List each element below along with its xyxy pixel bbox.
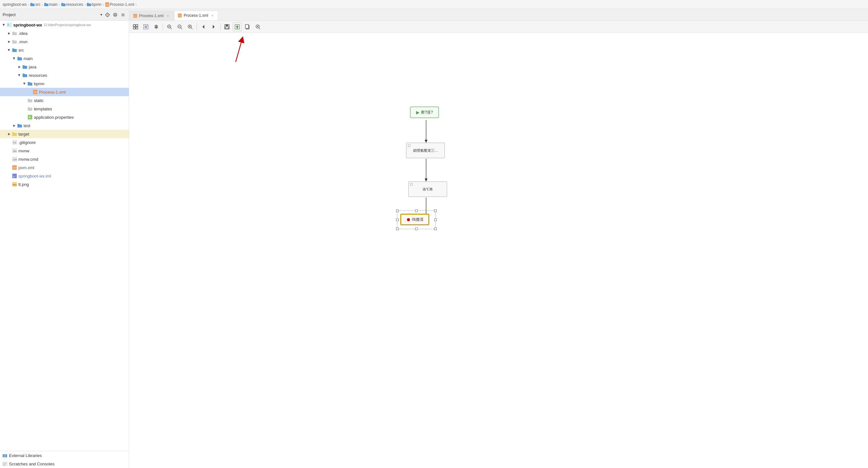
footer-scratches[interactable]: Scratches and Consoles: [0, 460, 129, 468]
java-label: java: [29, 65, 36, 69]
breadcrumb-item-file[interactable]: </> Process-1.xml: [105, 2, 134, 7]
tree-arrow-mvn[interactable]: ▶: [6, 39, 11, 44]
bpmn-start-event[interactable]: ▶ 察?漠?: [410, 106, 439, 118]
tree-item-application[interactable]: ▶ ☘ application.properties: [0, 113, 129, 121]
svg-rect-59: [6, 454, 7, 457]
tab-close-2[interactable]: ×: [210, 13, 215, 18]
bpmn-task-1[interactable]: ☐ 鎖惯氨鳖宠三…: [406, 143, 445, 158]
tree-item-iml[interactable]: ▶ m springboot-wx.iml: [0, 172, 129, 180]
zoom-fit-button[interactable]: [186, 22, 195, 31]
scratch-icon: [3, 462, 7, 466]
tree-item-mvn[interactable]: ▶ .mvn: [0, 37, 129, 46]
tree-item-pomxml[interactable]: ▶ </> pom.xml: [0, 163, 129, 172]
svg-marker-93: [236, 25, 239, 28]
zoom-out-button[interactable]: [175, 22, 184, 31]
root-path: G:\IderProjects\springboot-wx: [44, 23, 91, 27]
tree-item-gitignore[interactable]: ▶ TXT .gitignore: [0, 138, 129, 147]
tab-label-1: Process-1.xml: [139, 13, 164, 18]
breadcrumb-item-main[interactable]: main: [44, 2, 58, 7]
svg-rect-42: [18, 124, 19, 125]
breadcrumb-item-src[interactable]: src: [30, 2, 40, 7]
pomxml-label: pom.xml: [19, 165, 34, 170]
tree-arrow-src[interactable]: ▶: [6, 48, 11, 53]
tab-process1-first[interactable]: </> Process-1.xml ×: [130, 11, 174, 20]
bpmn-task-2[interactable]: ☐ 渝℃将: [408, 181, 447, 197]
tab-close-1[interactable]: ×: [165, 13, 170, 18]
sidebar-dropdown-icon[interactable]: ▾: [100, 12, 102, 17]
tree-item-mvnw[interactable]: ▶ SH mvnw: [0, 147, 129, 155]
tree-item-src[interactable]: ▶ src: [0, 46, 129, 54]
svg-rect-73: [145, 26, 147, 28]
nav-prev-button[interactable]: [199, 22, 208, 31]
tree-item-target[interactable]: ▶ target: [0, 130, 129, 138]
sidebar-settings-button[interactable]: [112, 11, 119, 18]
tree-arrow-test[interactable]: ▶: [11, 123, 17, 128]
mvnw-file-icon: SH: [11, 148, 18, 153]
breadcrumb-item-bpmn[interactable]: bpmn: [87, 2, 101, 7]
tab-xml-icon-1: </>: [133, 14, 137, 18]
folder-icon-mvn: [11, 39, 18, 44]
bpmn-end-event[interactable]: ⏺ 缉撒漠: [400, 214, 429, 225]
idea-label: .idea: [19, 31, 27, 36]
svg-rect-44: [12, 132, 14, 134]
nav-next-button[interactable]: [209, 22, 218, 31]
tree-item-resources[interactable]: ▶ resources: [0, 71, 129, 80]
svg-text:☘: ☘: [28, 116, 31, 119]
select-all-button[interactable]: [142, 22, 150, 31]
handle-ml: [396, 219, 399, 221]
copy-button[interactable]: [243, 22, 252, 31]
tree-item-mvnwcmd[interactable]: ▶ CMD mvnw.cmd: [0, 155, 129, 163]
zoom-in-button[interactable]: [165, 22, 174, 31]
resources-label: resources: [29, 73, 47, 78]
svg-rect-5: [61, 3, 63, 4]
tree-item-static[interactable]: ▶ static: [0, 96, 129, 104]
tree-arrow-java[interactable]: ▶: [17, 64, 22, 69]
svg-rect-75: [155, 26, 158, 27]
tree-item-templates[interactable]: ▶ templates: [0, 104, 129, 113]
tree-item-process1[interactable]: ▶ </> Process-1.xml: [0, 88, 129, 96]
tree-arrow-idea[interactable]: ▶: [6, 31, 11, 36]
tab-label-2: Process-1.xml: [184, 13, 208, 18]
align-button[interactable]: [152, 22, 161, 31]
iml-label: springboot-wx.iml: [19, 174, 51, 179]
handle-tc: [415, 210, 418, 212]
tree-arrow-resources[interactable]: ▶: [17, 73, 22, 78]
more-button[interactable]: [253, 22, 262, 31]
svg-text:CMD: CMD: [13, 158, 17, 161]
bpmn-canvas[interactable]: ▶ 察?漠? ☐ 鎖惯氨鳖宠三… ☐ 渝℃将: [129, 33, 868, 468]
fit-page-button[interactable]: [131, 22, 140, 31]
tree-arrow-main[interactable]: ▶: [11, 56, 17, 61]
task-checkbox-icon-2: ☐: [410, 183, 413, 186]
task-checkbox-icon-1: ☐: [408, 144, 411, 148]
ttpng-label: tt.png: [19, 182, 29, 187]
xml-file-icon-breadcrumb: </>: [105, 2, 109, 7]
sidebar-footer: External Libraries Scratches and Console…: [0, 451, 129, 468]
footer-external-libraries[interactable]: External Libraries: [0, 451, 129, 460]
svg-rect-7: [87, 3, 89, 4]
svg-rect-26: [18, 57, 19, 58]
svg-rect-32: [28, 82, 30, 83]
sidebar-locate-button[interactable]: [104, 11, 111, 18]
tree-item-bpmn[interactable]: ▶ bpmn: [0, 80, 129, 88]
breadcrumb-item-project[interactable]: springboot-wx: [3, 2, 27, 7]
sidebar-expand-button[interactable]: ⊞: [120, 11, 126, 18]
tree-item-springboot-wx[interactable]: ▶ P springboot-wx G:\IderProjects\spring…: [0, 21, 129, 29]
handle-bl: [396, 227, 399, 230]
svg-line-85: [191, 28, 192, 29]
save-button[interactable]: [222, 22, 231, 31]
tree-arrow-root[interactable]: ▶: [1, 22, 6, 27]
tree-arrow-bpmn[interactable]: ▶: [22, 81, 27, 86]
breadcrumb-item-resources[interactable]: resources: [61, 2, 83, 7]
scratches-label: Scratches and Consoles: [9, 462, 55, 466]
tree-item-java[interactable]: ▶ java: [0, 63, 129, 71]
tree-item-main[interactable]: ▶ main: [0, 54, 129, 63]
svg-rect-38: [28, 107, 30, 108]
tab-process1-second[interactable]: </> Process-1.xml ×: [174, 11, 218, 20]
folder-icon-idea: [11, 31, 18, 36]
tree-item-ttpng[interactable]: ▶ IMG tt.png: [0, 180, 129, 188]
start-event-label: 察?漠?: [421, 110, 433, 115]
tree-item-test[interactable]: ▶ test: [0, 121, 129, 130]
tree-item-idea[interactable]: ▶ .idea: [0, 29, 129, 37]
export-button[interactable]: [233, 22, 242, 31]
tree-arrow-target[interactable]: ▶: [6, 131, 11, 136]
